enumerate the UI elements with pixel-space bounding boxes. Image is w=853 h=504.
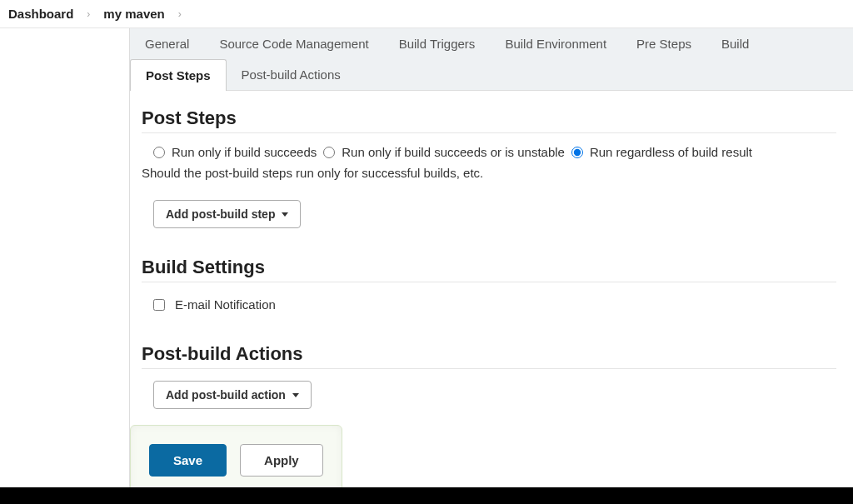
tab-bar: General Source Code Management Build Tri…: [130, 28, 853, 91]
email-notification-row[interactable]: E-mail Notification: [142, 291, 836, 318]
post-steps-radio-group: Run only if build succeeds Run only if b…: [142, 142, 836, 166]
chevron-right-icon: ›: [83, 8, 93, 20]
radio-label-regardless: Run regardless of build result: [590, 145, 752, 159]
tab-pre-steps[interactable]: Pre Steps: [621, 28, 706, 59]
tab-build-triggers[interactable]: Build Triggers: [384, 28, 491, 59]
radio-run-unstable[interactable]: Run only if build succeeds or is unstabl…: [323, 145, 565, 159]
add-post-build-step-label: Add post-build step: [166, 207, 275, 221]
breadcrumb-dashboard[interactable]: Dashboard: [3, 5, 78, 22]
tab-source-code-management[interactable]: Source Code Management: [204, 28, 383, 59]
breadcrumb-project[interactable]: my maven: [98, 5, 169, 22]
radio-label-succeeds: Run only if build succeeds: [172, 145, 317, 159]
caret-down-icon: [292, 393, 299, 397]
add-post-build-step-button[interactable]: Add post-build step: [153, 200, 301, 228]
tab-post-build-actions[interactable]: Post-build Actions: [227, 59, 356, 90]
radio-run-regardless[interactable]: Run regardless of build result: [571, 145, 752, 159]
tab-post-steps[interactable]: Post Steps: [130, 59, 227, 91]
section-title-build-settings: Build Settings: [142, 248, 836, 282]
post-steps-help-text: Should the post-build steps run only for…: [142, 166, 836, 180]
add-post-build-action-button[interactable]: Add post-build action: [153, 381, 312, 409]
section-title-post-build-actions: Post-build Actions: [142, 335, 836, 369]
add-post-build-action-label: Add post-build action: [166, 388, 286, 402]
screenshot-edge: [0, 487, 853, 504]
email-notification-label: E-mail Notification: [175, 297, 276, 312]
sidebar: [0, 28, 130, 504]
apply-button[interactable]: Apply: [240, 444, 323, 477]
tab-build-environment[interactable]: Build Environment: [490, 28, 621, 59]
section-title-post-steps: Post Steps: [142, 99, 836, 133]
tab-build[interactable]: Build: [706, 28, 764, 59]
tab-general[interactable]: General: [130, 28, 204, 59]
caret-down-icon: [282, 212, 288, 217]
save-button[interactable]: Save: [149, 444, 227, 477]
radio-input-succeeds[interactable]: [153, 147, 165, 158]
radio-label-unstable: Run only if build succeeds or is unstabl…: [342, 145, 565, 159]
breadcrumb: Dashboard › my maven ›: [0, 0, 853, 28]
footer-actions: Save Apply: [130, 425, 342, 496]
radio-input-regardless[interactable]: [571, 147, 583, 158]
radio-run-succeeds[interactable]: Run only if build succeeds: [153, 145, 317, 159]
chevron-right-icon: ›: [175, 8, 185, 20]
radio-input-unstable[interactable]: [323, 147, 335, 158]
email-notification-checkbox[interactable]: [153, 299, 165, 311]
